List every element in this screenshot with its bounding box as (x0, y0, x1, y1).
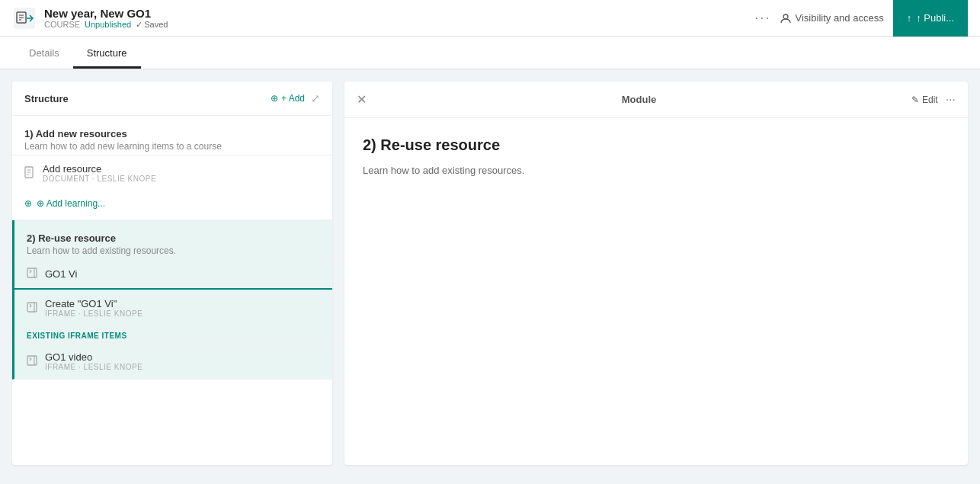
more-options-button[interactable]: ··· (755, 10, 771, 26)
module-1-desc: Learn how to add new learning items to a… (24, 141, 320, 152)
create-go1-name: Create "GO1 Vi" (45, 298, 143, 309)
main-content: Structure ⊕ + Add ⤢ 1) Add new resources… (0, 69, 980, 477)
header-right: ··· Visibility and access ↑ ↑ Publi... (755, 0, 968, 37)
structure-header-actions: ⊕ + Add ⤢ (271, 92, 320, 104)
go1-video-meta: IFRAME · LESLIE KNOPE (45, 363, 143, 371)
upload-icon: ↑ (907, 12, 912, 24)
resource-name: Add resource (43, 163, 156, 175)
create-go1-meta: IFRAME · LESLIE KNOPE (45, 309, 143, 318)
app-icon (12, 6, 37, 30)
edit-button[interactable]: ✎ Edit (911, 95, 938, 105)
header-subtitle: COURSE Unpublished ✓ Saved (44, 20, 168, 30)
iframe-icon-header (27, 268, 37, 280)
tab-details[interactable]: Details (15, 37, 73, 69)
module-body-desc: Learn how to add existing resources. (363, 163, 950, 178)
go1-video-info: GO1 video IFRAME · LESLIE KNOPE (45, 351, 143, 371)
add-learning-icon: ⊕ (24, 198, 32, 209)
pencil-icon: ✎ (911, 95, 919, 105)
publish-button[interactable]: ↑ ↑ Publi... (893, 0, 968, 37)
tab-structure[interactable]: Structure (73, 37, 141, 69)
svg-rect-11 (27, 303, 37, 312)
close-button[interactable]: ✕ (357, 92, 367, 107)
module-2-desc: Learn how to add existing resources. (27, 245, 320, 256)
structure-panel: Structure ⊕ + Add ⤢ 1) Add new resources… (12, 82, 332, 465)
module-1-name: 1) Add new resources (24, 128, 320, 139)
visibility-label: Visibility and access (796, 12, 884, 24)
module-detail-panel: ✕ Module ✎ Edit ··· 2) Re-use resource L… (344, 82, 968, 465)
structure-title: Structure (24, 93, 69, 104)
module-2-header: 2) Re-use resource Learn how to add exis… (14, 220, 332, 259)
module-detail-header: ✕ Module ✎ Edit ··· (344, 82, 968, 118)
tabs-bar: Details Structure (0, 37, 980, 69)
add-icon: ⊕ (271, 93, 278, 104)
close-icon: ✕ (357, 93, 367, 106)
create-go1-info: Create "GO1 Vi" IFRAME · LESLIE KNOPE (45, 298, 143, 318)
svg-rect-10 (27, 268, 37, 277)
expand-icon[interactable]: ⤢ (311, 92, 320, 104)
status-badge: Unpublished (85, 20, 131, 29)
course-label: COURSE (44, 20, 80, 29)
module-2-name: 2) Re-use resource (27, 232, 320, 244)
app-header: New year, New GO1 COURSE Unpublished ✓ S… (0, 0, 980, 37)
document-icon (24, 166, 35, 181)
iframe-icon-video (27, 355, 37, 368)
module-more-button[interactable]: ··· (946, 93, 956, 107)
go1-vi-header-item[interactable]: GO1 Vi (14, 259, 332, 290)
person-icon (780, 13, 791, 24)
create-go1-vi-item[interactable]: Create "GO1 Vi" IFRAME · LESLIE KNOPE (14, 290, 332, 325)
existing-items-label: EXISTING IFRAME ITEMS (14, 325, 332, 343)
go1-video-name: GO1 video (45, 351, 143, 363)
svg-rect-12 (27, 356, 37, 365)
checkmark-icon: ✓ (136, 20, 143, 30)
title-block: New year, New GO1 COURSE Unpublished ✓ S… (44, 7, 168, 30)
page-title: New year, New GO1 (44, 7, 168, 20)
go1-vi-name: GO1 Vi (45, 268, 77, 280)
add-learning-button[interactable]: ⊕ ⊕ Add learning... (12, 191, 117, 220)
structure-header: Structure ⊕ + Add ⤢ (12, 82, 332, 116)
visibility-access-button[interactable]: Visibility and access (780, 12, 884, 24)
go1-video-item[interactable]: GO1 video IFRAME · LESLIE KNOPE (14, 343, 332, 379)
resource-meta: DOCUMENT · LESLIE KNOPE (43, 175, 156, 183)
saved-badge: ✓ Saved (136, 20, 168, 30)
resource-add-resource: Add resource DOCUMENT · LESLIE KNOPE (12, 155, 332, 191)
module-1-header: 1) Add new resources Learn how to add ne… (12, 116, 332, 155)
svg-point-5 (783, 14, 788, 19)
module-detail-label: Module (622, 94, 657, 105)
resource-info: Add resource DOCUMENT · LESLIE KNOPE (43, 163, 156, 183)
iframe-icon-create (27, 302, 37, 315)
module-detail-actions: ✎ Edit ··· (911, 93, 956, 107)
module-body-title: 2) Re-use resource (363, 136, 950, 154)
module-body: 2) Re-use resource Learn how to add exis… (344, 118, 968, 197)
module-1-section: 1) Add new resources Learn how to add ne… (12, 116, 332, 220)
add-button[interactable]: ⊕ + Add (271, 93, 305, 104)
module-2-section: 2) Re-use resource Learn how to add exis… (12, 220, 332, 380)
